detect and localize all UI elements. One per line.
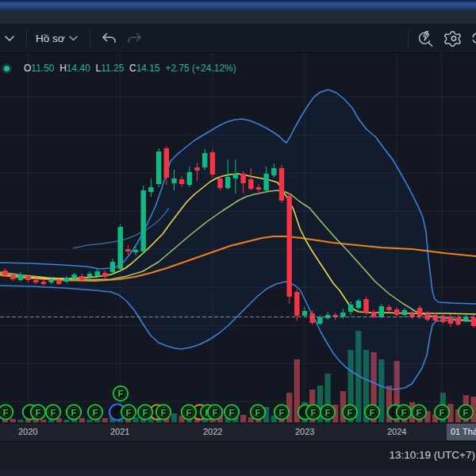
svg-text:F: F (212, 408, 217, 417)
svg-text:F: F (228, 408, 234, 417)
svg-text:F: F (117, 389, 123, 398)
svg-text:F: F (255, 408, 260, 417)
svg-text:F: F (71, 408, 76, 417)
svg-text:F: F (369, 408, 374, 417)
svg-text:F: F (463, 408, 468, 417)
svg-text:F: F (439, 408, 444, 417)
svg-text:F: F (35, 408, 40, 417)
svg-text:F: F (278, 408, 284, 417)
svg-text:F: F (92, 408, 98, 417)
svg-text:F: F (347, 408, 352, 417)
svg-text:F: F (160, 408, 166, 417)
svg-text:F: F (416, 408, 421, 417)
svg-text:F: F (310, 408, 316, 417)
svg-text:F: F (2, 408, 8, 417)
svg-text:F: F (142, 408, 148, 417)
svg-text:F: F (186, 408, 191, 417)
svg-text:F: F (324, 408, 330, 417)
svg-text:F: F (401, 408, 406, 417)
svg-text:F: F (50, 408, 56, 417)
svg-text:F: F (125, 408, 131, 417)
